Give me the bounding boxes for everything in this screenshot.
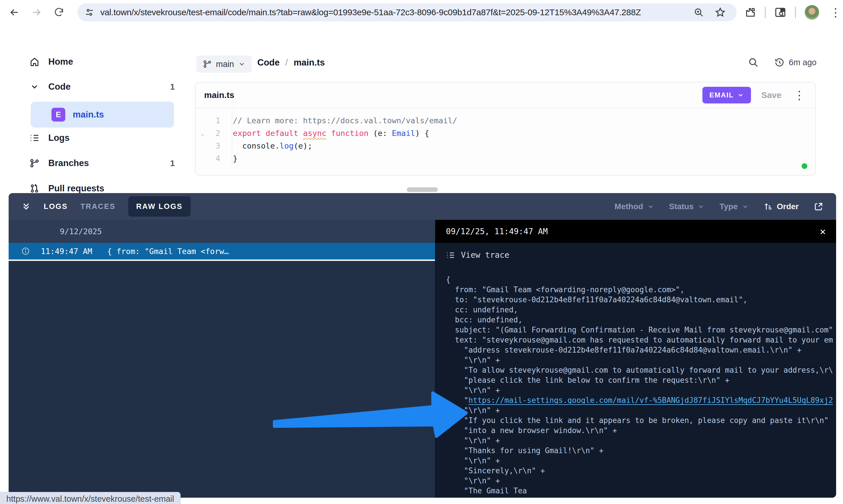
- order-label: Order: [777, 202, 799, 211]
- link-status-tooltip: https://www.val.town/x/stevekrouse/test-…: [0, 492, 180, 504]
- last-run-label: 6m ago: [789, 58, 816, 67]
- log-json-line: "Thanks for using Gmail!\r\n" +: [446, 446, 836, 456]
- chevron-down-icon: [737, 92, 744, 98]
- log-row-selected[interactable]: 11:49:47 AM { from: "Gmail Team <forw…: [8, 243, 435, 261]
- logs-panel: LOGS TRACES RAW LOGS Method Status Type: [8, 193, 836, 498]
- log-json-line: "address stevekrouse-0d212b4e8fef11f0a7a…: [446, 345, 836, 355]
- log-json-line: "please click the link below to confirm …: [446, 375, 836, 385]
- browser-forward-icon[interactable]: [31, 6, 43, 19]
- sidebar-item-home[interactable]: Home: [29, 53, 181, 71]
- log-json-line: subject: "(Gmail Forwarding Confirmation…: [446, 325, 836, 335]
- editor-filename: main.ts: [204, 90, 234, 100]
- save-button[interactable]: Save: [761, 90, 781, 100]
- log-list: 9/12/2025 11:49:47 AM { from: "Gmail Tea…: [8, 220, 435, 498]
- log-json-body: { from: "Gmail Team <forwarding-noreply@…: [446, 275, 836, 498]
- url-text[interactable]: val.town/x/stevekrouse/test-email/code/m…: [100, 7, 693, 17]
- email-button-label: EMAIL: [709, 91, 734, 99]
- sidebar-item-label: Pull requests: [48, 183, 104, 194]
- log-json-line: "\r\n" +: [446, 476, 836, 486]
- toolbar-divider: [795, 6, 796, 18]
- log-json-line: to: "stevekrouse-0d212b4e8fef11f0a7a4022…: [446, 295, 836, 305]
- log-json-line: text: "steveykrouse@gmail.com has reques…: [446, 335, 836, 345]
- email-val-badge: E: [51, 108, 65, 122]
- sidebar-item-branches[interactable]: Branches 1: [29, 154, 181, 173]
- filter-status-label: Status: [669, 202, 694, 211]
- sidebar-item-label: Logs: [48, 133, 70, 143]
- info-icon: [21, 247, 30, 255]
- editor-card: main.ts EMAIL Save ⋮ 1// Learn more: htt…: [195, 82, 816, 176]
- filter-method[interactable]: Method: [614, 202, 654, 211]
- close-icon[interactable]: ✕: [820, 226, 826, 237]
- branch-name: main: [216, 59, 234, 69]
- site-settings-icon[interactable]: [84, 7, 94, 18]
- view-trace-link[interactable]: View trace: [446, 250, 836, 260]
- order-button[interactable]: Order: [763, 202, 799, 211]
- sidebar-item-code[interactable]: Code 1: [29, 77, 181, 96]
- browser-back-icon[interactable]: [8, 6, 21, 19]
- sidebar-item-logs[interactable]: Logs: [29, 129, 181, 147]
- browser-menu-icon[interactable]: ⋮: [828, 6, 843, 18]
- trace-list-icon: [446, 251, 455, 260]
- breadcrumb-section[interactable]: Code: [257, 57, 280, 68]
- open-in-new-icon[interactable]: [814, 202, 823, 212]
- confirmation-link[interactable]: https://mail-settings.google.com/mail/vf…: [468, 396, 833, 404]
- breadcrumb: Code / main.ts: [257, 57, 325, 68]
- log-row-preview: { from: "Gmail Team <forw…: [107, 247, 229, 256]
- log-detail-timestamp: 09/12/25, 11:49:47 AM: [446, 227, 548, 236]
- code-editor[interactable]: 1// Learn more: https://docs.val.town/va…: [195, 108, 815, 165]
- log-json-line: "https://mail-settings.google.com/mail/v…: [446, 395, 836, 406]
- code-line[interactable]: 3 console.log(e);: [195, 139, 815, 152]
- code-lines: 1// Learn more: https://docs.val.town/va…: [195, 114, 815, 165]
- panel-resize-handle[interactable]: [407, 187, 438, 192]
- filter-type-label: Type: [719, 202, 737, 211]
- collapse-panel-icon[interactable]: [21, 202, 31, 212]
- tab-logs[interactable]: LOGS: [44, 202, 68, 211]
- breadcrumb-separator: /: [285, 57, 288, 68]
- sidebar-item-label: Branches: [48, 158, 89, 168]
- log-json-line: "\r\n" +: [446, 406, 836, 415]
- log-json-line: "The Gmail Tea: [446, 486, 836, 496]
- editor-menu-icon[interactable]: ⋮: [792, 89, 807, 101]
- log-list-empty-area: [8, 261, 435, 498]
- chevron-down-icon[interactable]: [29, 82, 40, 91]
- view-trace-label: View trace: [461, 250, 509, 260]
- extensions-icon[interactable]: [745, 6, 756, 18]
- last-run-time[interactable]: 6m ago: [774, 57, 816, 68]
- fold-chevron-icon[interactable]: ⌄: [195, 129, 209, 137]
- log-detail-header: 09/12/25, 11:49:47 AM ✕: [436, 220, 836, 243]
- browser-toolbar: val.town/x/stevekrouse/test-email/code/m…: [0, 0, 843, 24]
- search-icon[interactable]: [748, 57, 759, 68]
- line-number: 3: [209, 141, 226, 150]
- logs-tabbar: LOGS TRACES RAW LOGS Method Status Type: [8, 193, 836, 220]
- chevron-down-icon: [647, 203, 654, 210]
- side-panel-search-icon[interactable]: [774, 6, 786, 18]
- profile-avatar[interactable]: [805, 5, 820, 20]
- home-icon: [29, 57, 40, 67]
- bookmark-star-icon[interactable]: [715, 7, 726, 18]
- code-text: // Learn more: https://docs.val.town/val…: [226, 116, 457, 125]
- file-name-label: main.ts: [73, 109, 104, 120]
- line-number: 4: [209, 154, 226, 163]
- filter-type[interactable]: Type: [719, 202, 749, 211]
- log-json-line: from: "Gmail Team <forwarding-noreply@go…: [446, 285, 836, 295]
- breadcrumb-file[interactable]: main.ts: [294, 57, 325, 68]
- line-number: 2: [209, 129, 226, 138]
- logs-list-icon: [29, 133, 40, 143]
- address-bar[interactable]: val.town/x/stevekrouse/test-email/code/m…: [77, 3, 737, 21]
- log-json-line: "Sincerely,\r\n" +: [446, 466, 836, 476]
- tab-raw-logs[interactable]: RAW LOGS: [128, 196, 191, 217]
- code-line[interactable]: 1// Learn more: https://docs.val.town/va…: [195, 114, 815, 127]
- sidebar-item-main-ts[interactable]: E main.ts: [31, 102, 174, 128]
- tab-traces[interactable]: TRACES: [81, 202, 116, 211]
- sort-ascending-icon: [763, 202, 773, 211]
- filter-status[interactable]: Status: [669, 202, 705, 211]
- browser-reload-icon[interactable]: [53, 6, 65, 19]
- branch-selector[interactable]: main: [196, 55, 252, 73]
- email-trigger-button[interactable]: EMAIL: [702, 87, 751, 104]
- log-json-line: {: [446, 275, 836, 285]
- code-line[interactable]: 4}: [195, 152, 815, 165]
- code-line[interactable]: ⌄2export default async function (e: Emai…: [195, 127, 815, 139]
- code-text: console.log(e);: [226, 141, 312, 150]
- zoom-page-icon[interactable]: [693, 7, 704, 18]
- log-json-line: "\r\n" +: [446, 436, 836, 446]
